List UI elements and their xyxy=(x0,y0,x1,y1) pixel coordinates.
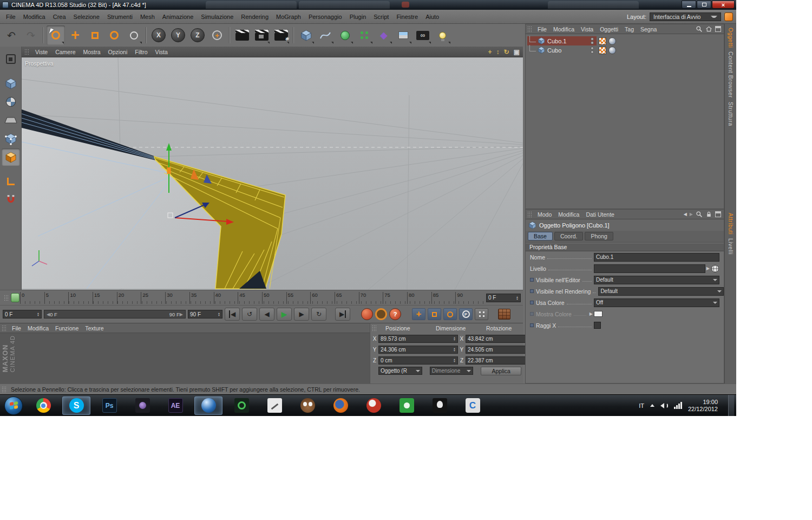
ruler-frame-field[interactable] xyxy=(486,294,521,302)
menu-item[interactable]: Finestre xyxy=(392,14,422,20)
taskbar-media-app-icon[interactable] xyxy=(128,396,156,415)
object-name[interactable]: Cubo.1 xyxy=(547,38,566,44)
zoom-view-icon[interactable]: ↕ xyxy=(496,48,500,56)
end-frame-field[interactable] xyxy=(188,310,222,318)
search-icon[interactable] xyxy=(696,25,703,32)
object-menu-item[interactable]: Segna xyxy=(637,26,660,32)
keyframe-help-button[interactable]: ? xyxy=(389,308,401,320)
play-reverse-button[interactable]: ↺ xyxy=(242,308,257,321)
history-back-icon[interactable]: ◀ xyxy=(684,212,687,217)
menu-item[interactable]: Animazione xyxy=(159,14,197,20)
taskbar-editor-app-icon[interactable] xyxy=(260,396,289,415)
camera-button[interactable]: ∞ xyxy=(414,25,432,45)
attribute-menu-item[interactable]: Modifica xyxy=(555,211,582,218)
menu-item[interactable]: Aiuto xyxy=(422,14,443,20)
play-button[interactable]: ▶ xyxy=(277,308,292,321)
object-tree[interactable]: Cubo.1 Cubo xyxy=(526,34,724,55)
record-position-toggle[interactable]: + xyxy=(412,308,425,320)
model-mode-icon[interactable] xyxy=(2,75,20,92)
tray-expand-icon[interactable] xyxy=(650,404,654,407)
xray-checkbox[interactable] xyxy=(594,322,601,329)
next-frame-button[interactable]: ▶ xyxy=(294,308,309,321)
lock-y-axis-button[interactable]: Y xyxy=(169,25,187,45)
dock-tab[interactable]: Content Browser xyxy=(728,51,734,98)
move-tool[interactable]: + xyxy=(66,25,84,45)
volume-icon[interactable] xyxy=(660,403,668,408)
network-icon[interactable] xyxy=(674,402,682,409)
title-bar[interactable]: CINEMA 4D R13.058 Studio (32 Bit) - [Ak … xyxy=(0,0,736,10)
menu-item[interactable]: Rendering xyxy=(237,14,272,20)
dock-tab[interactable]: Struttura xyxy=(728,102,734,126)
previous-frame-button[interactable]: ◀ xyxy=(259,308,274,321)
polygons-mode-icon[interactable] xyxy=(2,148,20,166)
search-icon[interactable] xyxy=(696,211,703,218)
taskbar-after-effects-icon[interactable]: AE xyxy=(161,396,189,415)
taskbar-converter-icon[interactable] xyxy=(392,396,421,415)
texture-tag-icon[interactable] xyxy=(599,37,606,45)
deformer-button[interactable]: ◆ xyxy=(375,25,393,45)
polygon-object-icon[interactable] xyxy=(538,37,545,45)
object-menu-item[interactable]: Oggetti xyxy=(597,26,621,32)
size-mode-dropdown[interactable]: Dimensione xyxy=(430,367,474,375)
layer-popup-arrow[interactable]: ▶ xyxy=(706,266,710,271)
texture-mode-icon[interactable] xyxy=(2,93,20,110)
editor-visibility-dot[interactable] xyxy=(591,37,594,41)
current-frame-marker[interactable] xyxy=(11,293,19,302)
last-tool[interactable] xyxy=(125,25,143,45)
minimize-button[interactable] xyxy=(682,1,696,9)
goto-end-button[interactable]: ▶ xyxy=(335,308,350,321)
record-scale-toggle[interactable] xyxy=(428,308,441,320)
goto-start-button[interactable]: ◀ xyxy=(225,308,240,321)
panel-grip[interactable] xyxy=(24,49,30,55)
taskbar-green-app-icon[interactable] xyxy=(227,396,256,415)
dock-tab[interactable]: Oggetti xyxy=(728,28,734,48)
panel-grip[interactable] xyxy=(527,26,533,32)
menu-item[interactable]: File xyxy=(2,14,19,20)
light-button[interactable] xyxy=(433,25,451,45)
redo-icon[interactable]: ↷ xyxy=(22,25,40,45)
undo-icon[interactable]: ↶ xyxy=(2,25,21,45)
menu-item[interactable]: Modifica xyxy=(19,14,49,20)
taskbar-cinema4d-icon[interactable] xyxy=(194,396,222,415)
attribute-menu-item[interactable]: Dati Utente xyxy=(582,211,618,218)
layer-browser-icon[interactable] xyxy=(711,264,719,273)
primitive-cube-button[interactable] xyxy=(297,25,315,45)
section-header[interactable]: Proprietà Base xyxy=(526,243,724,251)
polygon-object-icon[interactable] xyxy=(538,46,545,54)
lock-x-axis-button[interactable]: X xyxy=(149,25,168,45)
render-view-button[interactable] xyxy=(233,25,251,45)
menu-item[interactable]: Selezione xyxy=(70,14,103,20)
rotate-view-icon[interactable]: ↻ xyxy=(504,48,509,56)
position-field[interactable] xyxy=(378,346,458,354)
material-menu-item[interactable]: File xyxy=(9,325,24,332)
toggle-view-icon[interactable]: ▣ xyxy=(514,48,520,56)
history-forward-icon[interactable]: ▶ xyxy=(690,212,693,217)
close-button[interactable]: × xyxy=(712,1,735,9)
viewport-menu-item[interactable]: Viste xyxy=(31,49,51,55)
viewport-menu-item[interactable]: Camere xyxy=(51,49,79,55)
coordinate-mode-dropdown[interactable]: Oggetto (R xyxy=(378,367,422,375)
viewport-menu-item[interactable]: Mostra xyxy=(80,49,104,55)
panel-menu-icon[interactable] xyxy=(715,211,721,217)
taskbar-firefox-icon[interactable] xyxy=(326,396,355,415)
subdivision-surface-button[interactable] xyxy=(336,25,354,45)
panel-grip[interactable] xyxy=(2,325,7,332)
keyframe-box[interactable] xyxy=(530,301,534,304)
autokey-button[interactable] xyxy=(375,308,387,320)
menu-item[interactable]: Crea xyxy=(49,14,70,20)
points-mode-icon[interactable] xyxy=(2,130,20,147)
expand-arrow-icon[interactable]: ▶ xyxy=(590,311,593,316)
object-name[interactable]: Cubo xyxy=(547,47,561,54)
rotate-tool[interactable] xyxy=(105,25,123,45)
live-selection-tool[interactable] xyxy=(47,25,65,45)
coordinate-system-button[interactable]: + xyxy=(208,25,226,45)
object-row[interactable]: Cubo.1 xyxy=(526,36,724,46)
viewport-menu-item[interactable]: Opzioni xyxy=(104,49,132,55)
maximize-button[interactable] xyxy=(697,1,711,9)
current-frame-field[interactable] xyxy=(3,310,42,318)
taskbar-skype-icon[interactable]: S xyxy=(62,396,90,415)
keyframe-box[interactable] xyxy=(530,323,534,327)
position-field[interactable] xyxy=(378,356,458,365)
spline-pen-button[interactable] xyxy=(316,25,335,45)
phong-tag-icon[interactable] xyxy=(608,37,616,45)
